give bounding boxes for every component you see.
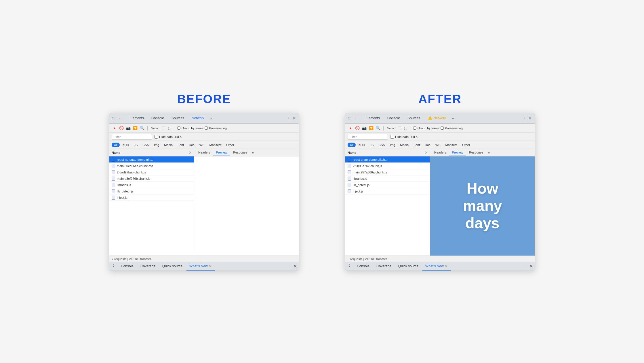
preserve-log-checkbox-before[interactable]: [205, 126, 208, 130]
hide-data-urls-before[interactable]: Hide data URLs: [154, 135, 182, 139]
tab-sources-after[interactable]: Sources: [404, 113, 424, 123]
before-bottom-dots[interactable]: ⋮: [111, 264, 116, 269]
inspect-icon-after[interactable]: ⬚: [347, 116, 352, 121]
device-icon[interactable]: ▭: [118, 116, 123, 121]
type-media-before[interactable]: Media: [162, 143, 175, 147]
type-ws-after[interactable]: WS: [433, 143, 443, 147]
tab-network-after[interactable]: ⚠️Network: [424, 113, 449, 123]
type-manifest-before[interactable]: Manifest: [207, 143, 224, 147]
after-detail-tab-response[interactable]: Response: [466, 149, 486, 156]
kebab-icon-before[interactable]: ⋮: [285, 116, 291, 121]
type-xhr-after[interactable]: XHR: [356, 143, 367, 147]
group-by-frame-checkbox-after[interactable]: [413, 126, 416, 130]
list-view-btn-before[interactable]: ☰: [161, 126, 166, 131]
after-col-close[interactable]: ✕: [425, 151, 428, 155]
after-file-6[interactable]: inject.js: [345, 188, 430, 194]
group-by-frame-after[interactable]: Group by frame: [413, 126, 439, 130]
hide-data-urls-after[interactable]: Hide data URLs: [390, 135, 418, 139]
type-other-before[interactable]: Other: [224, 143, 237, 147]
inspect-icon[interactable]: ⬚: [111, 116, 116, 121]
type-doc-after[interactable]: Doc: [422, 143, 433, 147]
tab-elements-after[interactable]: Elements: [362, 113, 383, 123]
after-file-4[interactable]: libraries.js: [345, 175, 430, 182]
type-doc-before[interactable]: Doc: [186, 143, 197, 147]
before-detail-tab-headers[interactable]: Headers: [195, 149, 213, 156]
kebab-icon-after[interactable]: ⋮: [521, 116, 527, 121]
before-bottom-tab-console[interactable]: Console: [118, 262, 136, 271]
type-xhr-before[interactable]: XHR: [120, 143, 131, 147]
after-bottom-tab-quicksource[interactable]: Quick source: [395, 262, 421, 271]
filter-input-before[interactable]: [112, 134, 152, 140]
before-bottom-tab-quicksource[interactable]: Quick source: [159, 262, 185, 271]
after-file-3[interactable]: main.257a366a.chunk.js: [345, 169, 430, 175]
type-all-before[interactable]: All: [112, 143, 120, 147]
before-file-4[interactable]: main.e3ef976b.chunk.js: [109, 175, 194, 182]
tab-more-after[interactable]: »: [450, 116, 456, 120]
preserve-log-before[interactable]: Preserve log: [205, 126, 227, 130]
after-file-5[interactable]: lib_detect.js: [345, 182, 430, 188]
after-bottom-tab-console[interactable]: Console: [354, 262, 372, 271]
before-detail-tab-response[interactable]: Response: [230, 149, 250, 156]
type-css-after[interactable]: CSS: [376, 143, 387, 147]
search-btn-before[interactable]: 🔍: [139, 125, 145, 131]
before-bottom-tab-coverage[interactable]: Coverage: [138, 262, 158, 271]
tab-sources-before[interactable]: Sources: [168, 113, 188, 123]
after-bottom-tab-coverage[interactable]: Coverage: [374, 262, 394, 271]
before-file-1[interactable]: react-no-snap-demo.glit...: [109, 156, 194, 163]
type-js-after[interactable]: JS: [367, 143, 376, 147]
before-col-close[interactable]: ✕: [189, 151, 192, 155]
after-detail-tab-headers[interactable]: Headers: [431, 149, 449, 156]
preserve-log-after[interactable]: Preserve log: [441, 126, 463, 130]
tab-console-after[interactable]: Console: [384, 113, 403, 123]
type-manifest-after[interactable]: Manifest: [443, 143, 460, 147]
before-file-2[interactable]: main.80ca66ca.chunk.css: [109, 163, 194, 169]
type-media-after[interactable]: Media: [398, 143, 411, 147]
before-whatsnew-close[interactable]: ✕: [209, 264, 212, 268]
device-icon-after[interactable]: ▭: [354, 116, 359, 121]
tab-elements-before[interactable]: Elements: [126, 113, 147, 123]
record-btn-before[interactable]: ●: [112, 125, 117, 131]
type-font-after[interactable]: Font: [411, 143, 422, 147]
tree-view-btn-after[interactable]: ⬚: [403, 126, 408, 131]
filter-btn-before[interactable]: 🔽: [132, 125, 138, 131]
after-bottom-tab-whatsnew[interactable]: What's New ✕: [422, 262, 451, 271]
tree-view-btn-before[interactable]: ⬚: [167, 126, 172, 131]
camera-btn-after[interactable]: 📷: [361, 125, 367, 131]
after-whatsnew-close[interactable]: ✕: [445, 264, 448, 268]
filter-input-after[interactable]: [348, 134, 388, 140]
after-detail-tab-more[interactable]: »: [486, 150, 491, 155]
type-other-after[interactable]: Other: [460, 143, 472, 147]
list-view-btn-after[interactable]: ☰: [397, 126, 402, 131]
camera-btn-before[interactable]: 📷: [125, 125, 131, 131]
filter-btn-after[interactable]: 🔽: [368, 125, 374, 131]
before-file-6[interactable]: lib_detect.js: [109, 188, 194, 194]
group-by-frame-checkbox-before[interactable]: [177, 126, 180, 130]
preserve-log-checkbox-after[interactable]: [441, 126, 444, 130]
type-ws-before[interactable]: WS: [197, 143, 207, 147]
type-font-before[interactable]: Font: [175, 143, 186, 147]
after-bottom-dots[interactable]: ⋮: [347, 264, 352, 269]
type-img-after[interactable]: Img: [388, 143, 397, 147]
after-detail-tab-preview[interactable]: Preview: [449, 149, 466, 156]
close-btn-after[interactable]: ✕: [527, 116, 533, 121]
tab-more-before[interactable]: »: [208, 116, 214, 120]
before-bottom-close[interactable]: ✕: [293, 264, 297, 269]
stop-btn-after[interactable]: 🚫: [355, 125, 360, 131]
before-file-5[interactable]: libraries.js: [109, 182, 194, 188]
type-css-before[interactable]: CSS: [140, 143, 151, 147]
search-btn-after[interactable]: 🔍: [375, 125, 381, 131]
tab-console-before[interactable]: Console: [148, 113, 167, 123]
after-file-1[interactable]: react-snap-demo.glitch...: [345, 156, 430, 163]
hide-data-urls-checkbox-before[interactable]: [154, 135, 158, 139]
type-js-before[interactable]: JS: [132, 143, 140, 147]
hide-data-urls-checkbox-after[interactable]: [390, 135, 394, 139]
record-btn-after[interactable]: ●: [348, 125, 353, 131]
group-by-frame-before[interactable]: Group by frame: [177, 126, 203, 130]
close-btn-before[interactable]: ✕: [291, 116, 297, 121]
type-img-before[interactable]: Img: [152, 143, 161, 147]
before-file-7[interactable]: inject.js: [109, 194, 194, 201]
before-detail-tab-preview[interactable]: Preview: [213, 149, 230, 156]
before-file-3[interactable]: 2.dad97bab.chunk.js: [109, 169, 194, 175]
before-bottom-tab-whatsnew[interactable]: What's New ✕: [186, 262, 215, 271]
tab-network-before[interactable]: Network: [188, 113, 208, 123]
